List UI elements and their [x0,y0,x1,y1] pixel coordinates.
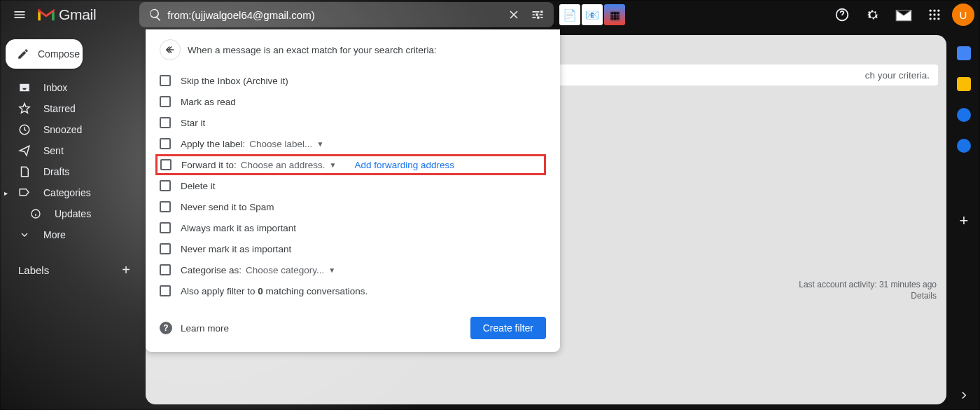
also-apply-count: 0 [258,286,263,296]
keep-addon-button[interactable] [957,77,971,91]
filter-option-also-apply[interactable]: Also apply filter to 0 matching conversa… [160,280,546,301]
nav-inbox[interactable]: Inbox [0,77,140,98]
svg-point-2 [933,10,935,12]
get-addons-button[interactable]: + [960,212,969,230]
last-activity-text: Last account activity: 31 minutes ago [799,280,937,289]
support-button[interactable] [829,1,855,28]
filter-option-always-important[interactable]: Always mark it as important [160,217,546,238]
filter-option-mark-read[interactable]: Mark as read [160,91,546,112]
extension-icon-3[interactable]: ▦ [604,4,625,25]
star-icon [18,102,31,115]
mail-status-button[interactable] [890,1,917,28]
nav-drafts[interactable]: Drafts [0,161,140,182]
chevron-down-icon [18,228,31,241]
gmail-logo-text: Gmail [59,6,96,23]
filter-option-categorise[interactable]: Categorise as: Choose category... ▼ [160,259,546,280]
close-icon [507,8,521,22]
document-icon [18,165,31,178]
search-options-button[interactable] [526,3,550,27]
create-filter-button[interactable]: Create filter [470,317,546,339]
caret-down-icon: ▼ [328,266,335,274]
search-button[interactable] [144,3,167,27]
add-label-button[interactable]: + [122,262,130,278]
nav-categories-label: Categories [43,187,91,198]
skip-inbox-label: Skip the Inbox (Archive it) [181,76,288,86]
choose-address-dropdown[interactable]: Choose an address. ▼ [241,160,337,170]
nav-snoozed[interactable]: Snoozed [0,119,140,140]
collapse-panel-button[interactable] [958,389,970,402]
svg-point-9 [937,18,939,20]
filter-option-forward[interactable]: Forward it to: Choose an address. ▼ Add … [155,154,546,175]
nav-starred-label: Starred [43,103,76,114]
nav-updates-label: Updates [55,208,91,219]
back-button[interactable] [160,39,181,60]
svg-point-3 [937,10,939,12]
filter-option-never-important[interactable]: Never mark it as important [160,238,546,259]
search-input[interactable] [167,9,502,21]
right-side-panel: + [948,35,980,410]
clock-icon [18,123,31,136]
arrow-left-icon [164,43,176,56]
choose-category-dropdown[interactable]: Choose category... ▼ [246,265,335,275]
checkbox-apply-label[interactable] [160,138,171,149]
checkbox-categorise[interactable] [160,264,171,275]
never-important-label: Never mark it as important [181,244,291,254]
gmail-logo-icon [36,7,56,22]
extension-icon-2[interactable]: 📧 [582,4,603,25]
add-forwarding-address-link[interactable]: Add forwarding address [355,160,455,170]
checkbox-skip-inbox[interactable] [160,75,171,86]
nav-sent[interactable]: Sent [0,140,140,161]
tasks-addon-button[interactable] [957,108,971,122]
gmail-logo[interactable]: Gmail [36,6,96,23]
forward-to-label: Forward it to: [181,160,237,170]
always-important-label: Always mark it as important [181,223,296,233]
help-icon: ? [160,322,172,334]
checkbox-never-spam[interactable] [160,201,171,212]
extension-icon-1[interactable]: 📄 [559,4,580,25]
nav-updates[interactable]: Updates [0,203,140,224]
also-apply-prefix: Also apply filter to [181,286,258,296]
extension-icons: 📄 📧 ▦ [559,4,625,25]
compose-button[interactable]: Compose [6,39,83,69]
tune-icon [531,8,545,22]
learn-more-text: Learn more [181,323,229,334]
filter-option-skip-inbox[interactable]: Skip the Inbox (Archive it) [160,70,546,91]
settings-button[interactable] [860,1,886,28]
filter-option-apply-label[interactable]: Apply the label: Choose label... ▼ [160,133,546,154]
header: Gmail 📄 📧 ▦ U [0,0,980,29]
checkbox-forward[interactable] [160,159,172,170]
also-apply-text: Also apply filter to 0 matching conversa… [181,286,368,296]
contacts-addon-button[interactable] [957,139,971,153]
main-menu-button[interactable] [6,1,34,29]
inbox-icon [18,81,31,94]
apps-grid-icon [927,8,941,22]
checkbox-also-apply[interactable] [160,285,171,296]
account-avatar[interactable]: U [952,4,974,26]
nav-categories[interactable]: ▸ Categories [0,182,140,203]
learn-more-link[interactable]: ? Learn more [160,322,229,334]
labels-heading-text: Labels [18,264,49,276]
nav-list: Inbox Starred Snoozed Sent Drafts ▸ Cate… [0,77,140,245]
nav-more[interactable]: More [0,224,140,245]
clear-search-button[interactable] [502,3,526,27]
checkbox-never-important[interactable] [160,243,171,254]
chevron-right-icon [958,389,970,402]
compose-label: Compose [38,48,80,60]
filter-option-star[interactable]: Star it [160,112,546,133]
details-link[interactable]: Details [799,291,937,301]
nav-starred[interactable]: Starred [0,98,140,119]
filter-option-delete[interactable]: Delete it [160,175,546,196]
delete-it-label: Delete it [181,181,216,191]
categorise-label: Categorise as: [181,265,241,275]
caret-down-icon: ▼ [316,140,323,148]
star-it-label: Star it [181,118,205,128]
checkbox-mark-read[interactable] [160,96,171,107]
filter-option-never-spam[interactable]: Never send it to Spam [160,196,546,217]
calendar-addon-button[interactable] [957,46,971,60]
choose-label-dropdown[interactable]: Choose label... ▼ [249,139,323,149]
checkbox-always-important[interactable] [160,222,171,233]
svg-point-1 [930,10,932,12]
checkbox-delete[interactable] [160,180,171,191]
google-apps-button[interactable] [921,1,948,28]
checkbox-star[interactable] [160,117,171,128]
